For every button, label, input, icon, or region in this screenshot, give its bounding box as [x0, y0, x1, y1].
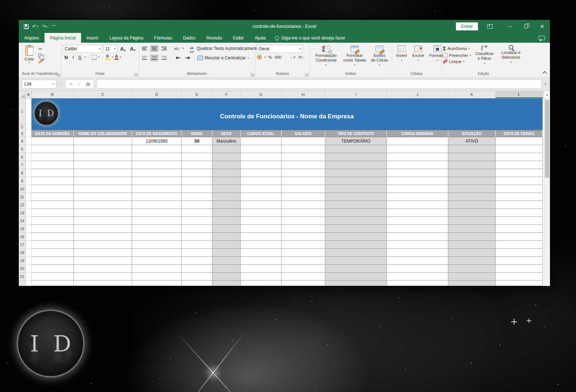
cell[interactable] [132, 233, 182, 241]
cell[interactable] [496, 201, 543, 209]
cell[interactable] [31, 209, 74, 217]
cell[interactable] [241, 177, 281, 185]
number-dialog-launcher-icon[interactable] [305, 73, 309, 76]
cell[interactable] [132, 273, 182, 281]
row-header-12[interactable]: 12 [19, 201, 26, 209]
cell[interactable] [325, 161, 387, 169]
column-header-J[interactable]: J [387, 91, 448, 98]
cell[interactable] [132, 153, 182, 161]
scrollbar-thumb[interactable] [545, 100, 549, 178]
cell[interactable] [387, 281, 448, 286]
cell[interactable] [182, 169, 212, 177]
cell[interactable] [325, 225, 387, 233]
row-header-9[interactable]: 9 [19, 177, 26, 185]
cell[interactable] [387, 137, 448, 145]
cell[interactable] [448, 193, 496, 201]
cell[interactable] [241, 265, 281, 273]
number-format-select[interactable]: Geral▾ [257, 45, 302, 53]
cell-column-a[interactable] [26, 217, 31, 225]
align-top-icon[interactable] [140, 45, 149, 52]
tab-layout-da-página[interactable]: Layout da Página [104, 33, 148, 43]
cell[interactable] [74, 137, 132, 145]
cell[interactable] [496, 153, 543, 161]
column-header-A[interactable]: A [26, 91, 31, 98]
cell[interactable] [448, 145, 496, 153]
cell[interactable] [325, 145, 387, 153]
cell[interactable] [31, 201, 74, 209]
redo-button[interactable]: ↷▾ [42, 24, 48, 29]
cell[interactable] [241, 161, 281, 169]
row-header-14[interactable]: 14 [19, 217, 26, 225]
cell[interactable] [241, 281, 281, 286]
cell[interactable] [496, 137, 543, 145]
cell[interactable] [281, 201, 325, 209]
cell[interactable] [31, 137, 74, 145]
cell[interactable] [132, 281, 182, 286]
cell[interactable] [31, 153, 74, 161]
cell[interactable] [31, 249, 74, 257]
cell[interactable] [325, 273, 387, 281]
row-header-1[interactable]: 1 [19, 98, 26, 124]
cell[interactable] [31, 193, 74, 201]
formula-input[interactable] [96, 80, 542, 89]
cell[interactable] [74, 217, 132, 225]
cell[interactable] [74, 281, 132, 286]
cell[interactable] [132, 225, 182, 233]
cell-column-a[interactable] [26, 201, 31, 209]
cell[interactable] [281, 273, 325, 281]
row-header-16[interactable]: 16 [19, 233, 26, 241]
cell[interactable] [448, 177, 496, 185]
cell[interactable] [448, 233, 496, 241]
cell[interactable] [387, 209, 448, 217]
cell[interactable] [182, 249, 212, 257]
cell[interactable] [212, 169, 241, 177]
cell[interactable] [182, 281, 212, 286]
cell[interactable] [241, 249, 281, 257]
cell[interactable] [325, 153, 387, 161]
borders-icon[interactable] [92, 55, 97, 60]
cell[interactable] [496, 193, 543, 201]
cell[interactable] [496, 233, 543, 241]
find-select-button[interactable]: Localizar e Selecionar▾ [498, 44, 524, 71]
cell[interactable] [387, 249, 448, 257]
cell[interactable] [182, 161, 212, 169]
cell[interactable] [74, 265, 132, 273]
accounting-format-icon[interactable]: $ [257, 55, 262, 60]
cell[interactable] [281, 145, 325, 153]
cell[interactable] [31, 233, 74, 241]
row-header-10[interactable]: 10 [19, 185, 26, 193]
cell-column-a[interactable] [26, 193, 31, 201]
cell[interactable]: 30 [182, 137, 212, 145]
table-header-cell[interactable]: SALARIO [281, 130, 325, 137]
column-header-G[interactable]: G [241, 91, 281, 98]
cell-column-a[interactable] [26, 98, 31, 124]
cell[interactable] [241, 225, 281, 233]
table-header-cell[interactable]: DATA DE NASCIMENTO [132, 130, 182, 137]
cell[interactable] [325, 217, 387, 225]
fill-button[interactable]: ↓Preencher▾ [443, 53, 471, 58]
tell-me-box[interactable]: Diga-me o que você deseja fazer [271, 33, 349, 43]
cell[interactable] [387, 265, 448, 273]
column-header-E[interactable]: E [182, 91, 212, 98]
cell[interactable] [281, 161, 325, 169]
cell[interactable] [387, 233, 448, 241]
cell[interactable] [281, 153, 325, 161]
cell[interactable] [496, 145, 543, 153]
cell[interactable] [387, 161, 448, 169]
cell[interactable] [281, 265, 325, 273]
cell[interactable] [281, 257, 325, 265]
cell[interactable] [387, 177, 448, 185]
undo-button[interactable]: ↶▾ [32, 24, 38, 29]
wrap-text-button[interactable]: abc↩ Quebrar Texto Automaticamente [190, 46, 259, 51]
row-header-4[interactable]: 4 [19, 137, 26, 145]
increase-indent-icon[interactable]: ⇥ [183, 53, 191, 62]
cell[interactable] [31, 273, 74, 281]
cell[interactable] [74, 225, 132, 233]
cell[interactable] [132, 209, 182, 217]
cell-column-a[interactable] [26, 137, 31, 145]
cell[interactable] [74, 145, 132, 153]
cell[interactable] [74, 193, 132, 201]
row-header-11[interactable]: 11 [19, 193, 26, 201]
cell[interactable] [31, 281, 74, 286]
cell[interactable]: Masculino [212, 137, 241, 145]
